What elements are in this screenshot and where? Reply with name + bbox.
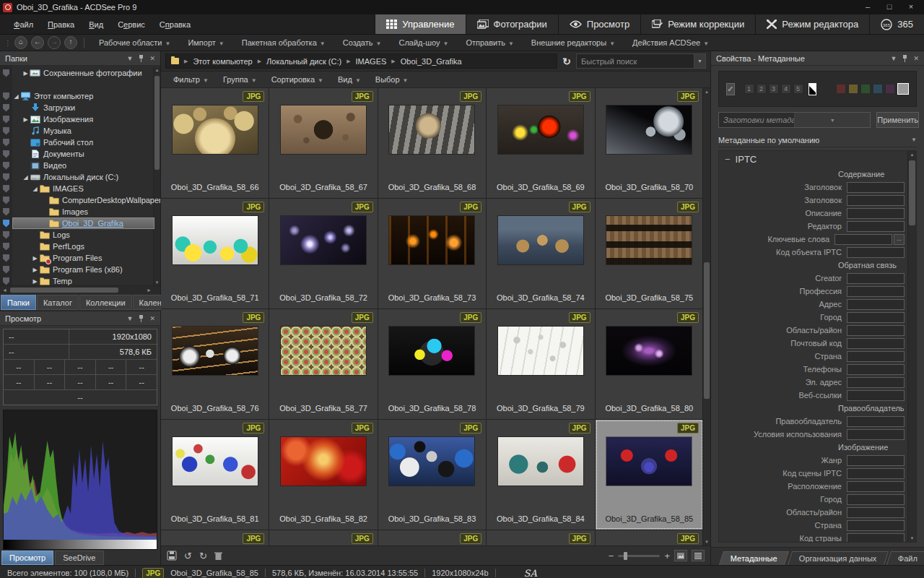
mode-tab-Режим коррекции[interactable]: Режим коррекции [640,14,755,34]
expander-icon[interactable]: ◢ [31,186,39,192]
field-input[interactable] [847,247,905,258]
thumbnail-Oboi_3D_Grafika_58_82[interactable]: JPGOboi_3D_Grafika_58_82 [269,420,377,530]
quick-tag-icon[interactable] [3,162,9,170]
pin-icon[interactable] [902,55,907,62]
folder-tree-item-Сохраненные фотографии[interactable]: ▶Сохраненные фотографии [0,67,160,79]
quick-tag-icon[interactable] [3,173,9,181]
folder-tree-item-Logs[interactable]: Logs [0,229,160,241]
folder-tree-item-Temp[interactable]: ▶Temp [0,275,160,285]
field-input[interactable] [847,468,905,479]
collapse-icon[interactable]: − [725,154,731,165]
chevron-down-icon[interactable]: ▼ [127,55,134,62]
thumbnail-Oboi_3D_Grafika_58_85[interactable]: JPGOboi_3D_Grafika_58_85 [596,420,703,530]
search-dropdown-icon[interactable]: ▼ [694,54,705,68]
folder-tree-item-ComputerDesktopWallpapersC[interactable]: ComputerDesktopWallpapersC [0,194,160,206]
thumbnail-Oboi_3D_Grafika_58_75[interactable]: JPGOboi_3D_Grafika_58_75 [596,199,703,309]
folder-tree-item-Рабочий стол[interactable]: Рабочий стол [0,137,160,148]
breadcrumb[interactable]: ▶Этот компьютер▶Локальный диск (C:)▶IMAG… [165,53,557,69]
color-label-#472e47[interactable] [885,84,895,94]
folders-tab-Папки[interactable]: Папки [1,295,36,310]
expander-icon[interactable]: ◢ [22,174,30,181]
folder-tree-item-Program Files (x86)[interactable]: ▶Program Files (x86) [0,264,160,275]
field-input[interactable] [847,195,905,206]
thumbnail-Oboi_3D_Grafika_58_73[interactable]: JPGOboi_3D_Grafika_58_73 [378,199,486,309]
list-view-button[interactable] [692,550,705,561]
properties-tab-Файл[interactable]: Файл [886,551,924,565]
quick-tag-icon[interactable] [3,231,9,239]
thumbnail-Oboi_3D_Grafika_58_78[interactable]: JPGOboi_3D_Grafika_58_78 [378,309,486,419]
folder-tree-item-Загрузки[interactable]: Загрузки [0,102,160,113]
zoom-in-icon[interactable]: + [664,551,670,561]
quick-tag-icon[interactable] [3,243,9,251]
folder-tree-item-Видео[interactable]: Видео [0,160,160,171]
trash-icon[interactable] [214,551,222,561]
zoom-slider[interactable] [618,555,660,557]
properties-tab-Метаданные[interactable]: Метаданные [719,551,789,565]
thumbnail-Oboi_3D_Grafika_58_77[interactable]: JPGOboi_3D_Grafika_58_77 [269,309,377,419]
metadata-scrollbar[interactable]: ▲ ▼ [907,151,916,542]
export-icon[interactable] [167,551,177,561]
quick-tag-icon[interactable] [3,266,9,274]
quick-tag-icon[interactable] [3,116,9,124]
quick-tag-icon[interactable] [3,254,9,262]
tree-horizontal-scrollbar[interactable]: ◄ ► [0,285,160,294]
thumbnail-Oboi_3D_Grafika_58_80[interactable]: JPGOboi_3D_Grafika_58_80 [596,309,703,419]
iptc-section-header[interactable]: − IPTC [723,152,905,168]
grid-vertical-scrollbar[interactable]: ▲ ▼ [702,88,710,545]
close-icon[interactable]: ✕ [149,55,155,62]
rating-4[interactable]: 4 [781,84,791,94]
toolbar-Действия ACDSee[interactable]: Действия ACDSee▼ [624,38,718,47]
quick-tag-icon[interactable] [3,220,9,228]
rating-2[interactable]: 2 [757,84,767,94]
toolbar-Внешние редакторы[interactable]: Внешние редакторы▼ [523,38,624,47]
folder-tree-item-Oboi_3D_Grafika[interactable]: Oboi_3D_Grafika [0,217,160,229]
field-input[interactable] [847,377,905,388]
folder-tree-item-Документы[interactable]: Документы [0,148,160,160]
field-input[interactable] [847,533,905,543]
quick-tag-icon[interactable] [3,185,9,193]
thumbnail-Oboi_3D_Grafika_58_70[interactable]: JPGOboi_3D_Grafika_58_70 [596,88,703,198]
mode-tab-Фотографии[interactable]: Фотографии [466,14,558,34]
field-input[interactable] [847,390,905,401]
mode-tab-Управление[interactable]: Управление [375,14,465,34]
quick-tag-icon[interactable] [3,69,9,77]
filter-Вид[interactable]: Вид▼ [331,75,367,84]
expander-icon[interactable]: ▶ [22,70,30,77]
thumbnail-Oboi_3D_Grafika_58_81[interactable]: JPGOboi_3D_Grafika_58_81 [161,420,269,530]
zoom-slider-thumb[interactable] [624,552,627,560]
quick-tag-icon[interactable] [3,277,9,285]
field-input[interactable] [847,208,905,219]
close-button[interactable]: × [901,1,921,14]
field-input[interactable] [847,273,905,284]
filter-Фильтр[interactable]: Фильтр▼ [167,75,215,84]
mode-tab-Просмотр[interactable]: Просмотр [558,14,640,34]
field-input[interactable] [847,429,905,440]
quick-tag-icon[interactable] [3,92,9,100]
folder-tree-item-Этот компьютер[interactable]: ◢Этот компьютер [0,90,160,102]
field-input[interactable] [847,182,905,193]
field-input[interactable] [847,299,905,310]
expander-icon[interactable]: ▶ [31,267,39,273]
chevron-down-icon[interactable]: ▼ [891,55,897,62]
maximize-button[interactable]: □ [879,1,899,14]
field-input[interactable] [847,325,905,336]
field-input[interactable] [847,494,905,505]
folder-tree-item-Музыка[interactable]: Музыка [0,125,160,137]
menu-Правка[interactable]: Правка [41,20,81,29]
rating-1[interactable]: 1 [744,84,754,94]
folder-tree-item-IMAGES[interactable]: ◢IMAGES [0,183,160,194]
forward-button[interactable]: → [48,36,61,49]
breadcrumb-item-Локальный диск (C:)[interactable]: Локальный диск (C:) [266,57,341,66]
breadcrumb-item-IMAGES[interactable]: IMAGES [356,57,387,66]
toolbar-Пакетная обработка[interactable]: Пакетная обработка▼ [233,38,334,47]
toolbar-Создать[interactable]: Создать▼ [334,38,391,47]
bottom-tab-SeeDrive[interactable]: SeeDrive [55,551,103,565]
field-input[interactable] [847,351,905,362]
pin-icon[interactable] [139,315,144,322]
field-input[interactable] [847,520,905,531]
folders-tab-Каталог[interactable]: Каталог [37,295,79,310]
folder-tree-item-PerfLogs[interactable]: PerfLogs [0,241,160,252]
field-input[interactable] [847,364,905,375]
toolbar-Отправить[interactable]: Отправить▼ [457,38,522,47]
mode-tab-Режим редактора[interactable]: Режим редактора [755,14,869,34]
